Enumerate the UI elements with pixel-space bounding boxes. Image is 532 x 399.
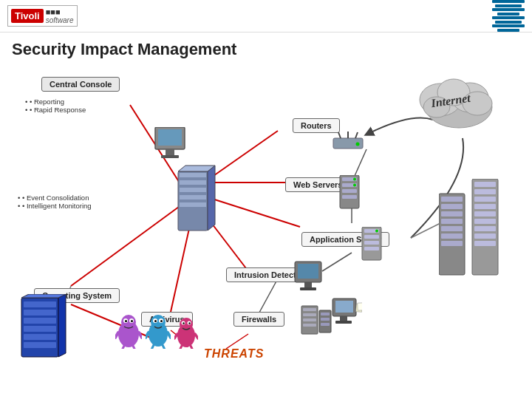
- svg-point-85: [188, 322, 190, 324]
- svg-rect-26: [180, 202, 206, 207]
- right-server-cluster: [439, 179, 513, 293]
- svg-rect-93: [24, 318, 56, 324]
- app-server-icon: [359, 227, 384, 267]
- svg-rect-92: [24, 310, 56, 316]
- svg-rect-111: [474, 204, 496, 209]
- svg-line-13: [226, 334, 248, 349]
- svg-point-64: [125, 320, 127, 322]
- svg-line-77: [168, 332, 171, 338]
- svg-rect-129: [358, 303, 362, 310]
- svg-rect-96: [24, 342, 56, 348]
- svg-point-46: [375, 230, 378, 233]
- svg-rect-25: [180, 195, 206, 200]
- svg-rect-106: [441, 241, 463, 246]
- svg-rect-22: [180, 173, 206, 177]
- svg-rect-125: [335, 301, 353, 313]
- svg-rect-45: [364, 247, 379, 250]
- blue-server-cluster: [18, 294, 77, 364]
- svg-line-69: [133, 346, 135, 349]
- svg-marker-27: [208, 166, 215, 231]
- central-console-label: Central Console: [41, 77, 120, 92]
- svg-rect-113: [474, 219, 496, 224]
- svg-rect-44: [364, 241, 379, 245]
- software-label: software: [46, 16, 74, 24]
- svg-rect-112: [474, 211, 496, 216]
- svg-rect-95: [24, 334, 56, 340]
- svg-rect-52: [303, 308, 316, 311]
- svg-point-74: [154, 320, 157, 322]
- internet-cloud: Internet: [411, 66, 507, 136]
- svg-rect-126: [340, 316, 347, 321]
- svg-rect-115: [474, 233, 496, 239]
- svg-marker-97: [58, 294, 66, 357]
- svg-rect-43: [364, 235, 379, 239]
- svg-line-76: [146, 332, 149, 338]
- svg-line-87: [195, 334, 198, 338]
- central-server-tower: [171, 164, 222, 241]
- svg-marker-98: [21, 294, 66, 298]
- svg-line-79: [163, 345, 165, 349]
- svg-rect-100: [441, 197, 463, 202]
- svg-line-86: [174, 334, 177, 338]
- page-title: Security Impact Management: [12, 40, 520, 59]
- svg-rect-18: [158, 129, 182, 146]
- svg-rect-37: [342, 189, 357, 193]
- svg-point-71: [151, 315, 166, 330]
- svg-rect-102: [441, 211, 463, 216]
- svg-line-5: [71, 205, 182, 286]
- svg-point-65: [131, 320, 133, 322]
- svg-line-9: [322, 253, 352, 271]
- web-server-icon: [337, 175, 362, 215]
- svg-line-78: [151, 345, 154, 349]
- svg-point-61: [121, 315, 136, 330]
- event-bullets: • Event Consolidation • Intelligent Moni…: [18, 194, 92, 210]
- svg-point-39: [353, 178, 356, 181]
- intrusion-detection-icon: [293, 260, 327, 301]
- main-content: Security Impact Management: [0, 33, 532, 399]
- svg-rect-59: [321, 323, 330, 326]
- threat-creatures: [115, 310, 198, 349]
- svg-rect-58: [321, 318, 330, 321]
- svg-rect-127: [335, 321, 352, 324]
- svg-rect-48: [298, 264, 318, 279]
- svg-rect-104: [441, 226, 463, 231]
- svg-rect-19: [166, 149, 174, 155]
- svg-rect-49: [304, 282, 312, 287]
- svg-rect-91: [24, 301, 56, 307]
- firewalls-computer: [330, 297, 362, 331]
- tivoli-brand: Tivoli: [11, 9, 44, 23]
- svg-rect-105: [441, 233, 463, 239]
- svg-rect-108: [474, 182, 496, 187]
- diagram: Central Console • Reporting • Rapid Resp…: [12, 68, 520, 393]
- svg-rect-116: [474, 241, 496, 246]
- central-console-bullets: • Reporting • Rapid Response: [25, 98, 86, 114]
- svg-rect-57: [321, 313, 330, 316]
- svg-rect-55: [303, 324, 316, 327]
- svg-rect-94: [24, 326, 56, 332]
- svg-line-88: [180, 346, 182, 349]
- svg-point-40: [353, 184, 356, 187]
- svg-rect-20: [161, 155, 179, 158]
- svg-point-75: [160, 320, 163, 322]
- svg-line-67: [139, 332, 142, 338]
- svg-line-32: [355, 132, 358, 138]
- svg-rect-103: [441, 219, 463, 224]
- firewalls-label: Firewalls: [233, 312, 284, 327]
- svg-rect-101: [441, 204, 463, 209]
- tivoli-logo: Tivoli ■■■ software: [7, 5, 78, 27]
- header: Tivoli ■■■ software: [0, 0, 532, 33]
- svg-point-33: [356, 143, 360, 146]
- svg-rect-23: [180, 180, 206, 185]
- svg-point-84: [183, 322, 184, 324]
- router-device: [330, 131, 366, 156]
- svg-rect-114: [474, 226, 496, 231]
- svg-rect-54: [303, 318, 316, 321]
- svg-line-30: [338, 132, 341, 138]
- svg-rect-110: [474, 197, 496, 202]
- svg-rect-24: [180, 188, 206, 192]
- svg-line-66: [115, 332, 118, 338]
- threats-label: THREATS: [204, 347, 264, 361]
- svg-rect-109: [474, 189, 496, 194]
- ibm-logo: [492, 0, 525, 32]
- svg-rect-38: [342, 195, 357, 199]
